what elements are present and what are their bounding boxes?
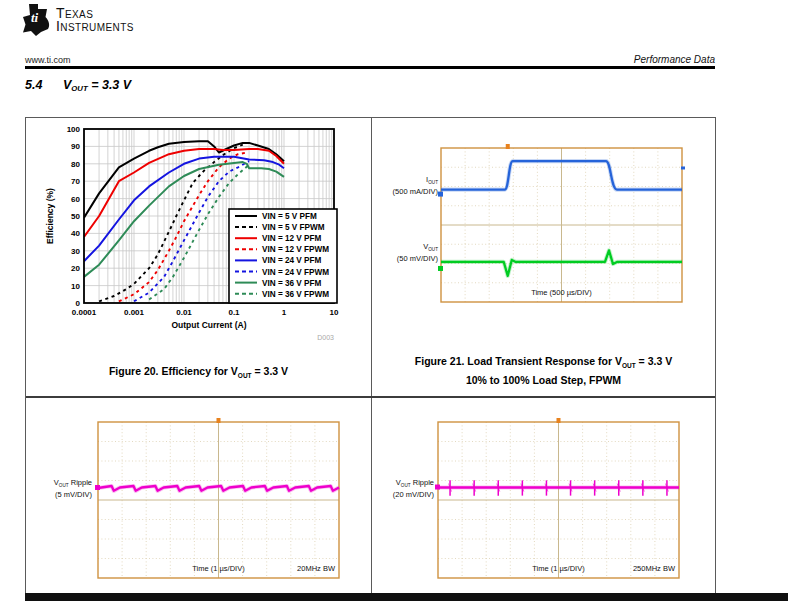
svg-text:90: 90 bbox=[71, 142, 80, 151]
svg-text:60: 60 bbox=[71, 195, 80, 204]
panel-ripple-20mhz: VOUT Ripple (5 mV/DIV) Time (1 µs/DIV) 2… bbox=[26, 398, 371, 601]
svg-text:Output Current (A): Output Current (A) bbox=[171, 320, 246, 330]
vout-channel-label: VOUT (50 mV/DIV) bbox=[397, 242, 438, 263]
svg-text:0: 0 bbox=[76, 299, 81, 308]
svg-text:80: 80 bbox=[71, 160, 80, 169]
svg-text:10: 10 bbox=[71, 282, 80, 291]
page-bottom-bar bbox=[25, 593, 788, 601]
header-doc-title: Performance Data bbox=[634, 54, 715, 65]
panel-efficiency: 0.00010.0010.010.11100102030405060708090… bbox=[26, 118, 371, 396]
header-rule bbox=[25, 66, 715, 69]
svg-text:50: 50 bbox=[71, 212, 80, 221]
ripple20-channel-label: VOUT Ripple (20 mV/DIV) bbox=[393, 478, 434, 499]
figure21-caption-line1: Figure 21. Load Transient Response for V… bbox=[372, 354, 715, 373]
iout-channel-label: IOUT (500 mA/DIV) bbox=[393, 175, 438, 196]
svg-text:VIN = 24 V FPWM: VIN = 24 V FPWM bbox=[262, 268, 329, 277]
svg-text:VIN = 12 V PFM: VIN = 12 V PFM bbox=[262, 234, 322, 243]
svg-text:VIN = 5 V PFM: VIN = 5 V PFM bbox=[262, 212, 317, 221]
svg-text:0.0001: 0.0001 bbox=[72, 308, 97, 317]
svg-text:1: 1 bbox=[282, 308, 287, 317]
panel-load-transient: IOUT (500 mA/DIV) VOUT (50 mV/DIV) Time … bbox=[372, 118, 715, 396]
svg-text:Efficiency (%): Efficiency (%) bbox=[45, 188, 55, 244]
svg-text:ti: ti bbox=[31, 10, 39, 25]
svg-text:100: 100 bbox=[67, 125, 81, 134]
brand-line2: Instruments bbox=[56, 20, 134, 33]
figure20-caption: Figure 20. Efficiency for VOUT = 3.3 V bbox=[26, 364, 371, 383]
figure21-caption-line2: 10% to 100% Load Step, FPWM bbox=[372, 373, 715, 387]
panel-ripple-250mhz: VOUT Ripple (20 mV/DIV) Time (1 µs/DIV) … bbox=[372, 398, 715, 601]
brand-name: Texas Instruments bbox=[56, 7, 134, 33]
svg-text:30: 30 bbox=[71, 247, 80, 256]
svg-text:20: 20 bbox=[71, 264, 80, 273]
svg-text:VIN = 36 V PFM: VIN = 36 V PFM bbox=[262, 279, 322, 288]
svg-text:D003: D003 bbox=[317, 334, 334, 341]
svg-text:70: 70 bbox=[71, 177, 80, 186]
section-number: 5.4 bbox=[25, 78, 63, 92]
svg-text:0.01: 0.01 bbox=[176, 308, 192, 317]
ti-logo-icon: ti bbox=[20, 3, 54, 37]
svg-text:0.001: 0.001 bbox=[124, 308, 145, 317]
svg-text:VIN = 36 V FPWM: VIN = 36 V FPWM bbox=[262, 290, 329, 299]
figure-grid: 0.00010.0010.010.11100102030405060708090… bbox=[25, 117, 716, 601]
ti-logo: ti bbox=[20, 3, 54, 37]
svg-text:VIN = 5 V FPWM: VIN = 5 V FPWM bbox=[262, 223, 325, 232]
svg-text:VIN = 24 V PFM: VIN = 24 V PFM bbox=[262, 256, 322, 265]
svg-text:10: 10 bbox=[330, 308, 339, 317]
ripple5-channel-label: VOUT Ripple (5 mV/DIV) bbox=[54, 478, 92, 499]
section-title: VOUT = 3.3 V bbox=[63, 78, 131, 92]
section-heading: 5.4VOUT = 3.3 V bbox=[25, 78, 131, 93]
load-transient-scope bbox=[372, 118, 715, 348]
svg-text:VIN = 12 V FPWM: VIN = 12 V FPWM bbox=[262, 245, 329, 254]
efficiency-chart: 0.00010.0010.010.11100102030405060708090… bbox=[26, 118, 371, 363]
svg-text:40: 40 bbox=[71, 229, 80, 238]
svg-text:0.1: 0.1 bbox=[228, 308, 240, 317]
scope3-bandwidth-label: 250MHz BW bbox=[633, 564, 675, 573]
figure21-caption: Figure 21. Load Transient Response for V… bbox=[372, 354, 715, 387]
scope2-bandwidth-label: 20MHz BW bbox=[297, 564, 335, 573]
header-url[interactable]: www.ti.com bbox=[25, 55, 71, 65]
scope1-time-label: Time (500 µs/DIV) bbox=[441, 288, 682, 297]
